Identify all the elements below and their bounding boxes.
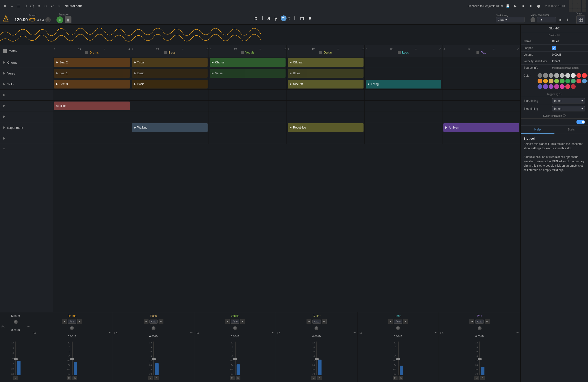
matrix-seq-dropdown[interactable]: - ▾ — [537, 17, 556, 22]
mixer-pad-mute[interactable]: M — [474, 376, 479, 380]
mixer-bass-mute[interactable]: M — [148, 376, 153, 380]
mixer-drums-solo[interactable]: S — [72, 376, 77, 380]
name-value[interactable]: Blues — [552, 39, 585, 43]
clip-bass-5[interactable] — [131, 101, 209, 111]
vocals-stop-btn[interactable] — [241, 51, 244, 54]
mixer-vocals-knob[interactable] — [233, 326, 237, 330]
clip-drums-3[interactable]: Beat 3 — [53, 79, 131, 90]
mixer-lead-knob[interactable] — [396, 326, 400, 330]
bass-loop-icon[interactable]: ↺ — [206, 48, 208, 51]
color-swatch-violet2[interactable] — [549, 84, 553, 89]
mixer-drums-knob[interactable] — [70, 326, 74, 330]
mixer-vocals-left-btn[interactable]: ◄ — [225, 319, 230, 324]
color-swatch-gray6[interactable] — [565, 73, 570, 78]
clip-bass-4[interactable] — [131, 90, 209, 100]
mixer-bass-knob[interactable] — [152, 326, 155, 330]
clip-bass-1[interactable]: Tribal — [131, 57, 209, 68]
drums-scene-icon[interactable]: ≡ — [104, 48, 105, 51]
clip-vocals-4[interactable] — [209, 90, 287, 100]
clip-pad-6[interactable] — [442, 112, 520, 122]
clip-bass-8[interactable] — [131, 133, 209, 144]
mixer-guitar-mute[interactable]: M — [311, 376, 316, 380]
scene-play-4[interactable] — [3, 94, 5, 96]
vocals-scene-icon[interactable]: ≡ — [259, 48, 261, 51]
mixer-bass-left-btn[interactable]: ◄ — [144, 319, 148, 324]
clip-vocals-8[interactable] — [209, 133, 287, 144]
tempo-dial[interactable] — [45, 17, 51, 22]
mixer-vocals-fader-handle[interactable] — [233, 358, 237, 360]
color-swatch-pink[interactable] — [560, 84, 565, 89]
clip-guitar-4[interactable] — [287, 90, 365, 100]
mixer-master-knob[interactable] — [14, 320, 18, 324]
color-swatch-gray2[interactable] — [543, 73, 548, 78]
circle-icon[interactable]: ◯ — [29, 3, 35, 9]
clip-lead-8[interactable] — [365, 133, 443, 144]
clip-guitar-3[interactable]: Nice riff — [287, 79, 365, 90]
clip-lead-5[interactable] — [365, 101, 443, 111]
guitar-loop-icon[interactable]: ↺ — [362, 48, 363, 51]
color-swatch-blue-light[interactable] — [582, 79, 587, 83]
scene-row-4[interactable] — [0, 90, 53, 101]
clip-bass-6[interactable] — [131, 112, 209, 122]
scene-play-3[interactable] — [3, 83, 5, 86]
scene-row-2[interactable]: Verse — [0, 68, 53, 79]
color-swatch-blue-violet[interactable] — [538, 84, 542, 89]
scene-row-6[interactable] — [0, 112, 53, 122]
clip-vocals-7[interactable] — [209, 122, 287, 133]
mixer-pad-right-btn[interactable]: ► — [485, 319, 489, 324]
menu-icon[interactable]: ☰ — [16, 3, 21, 9]
pad-loop-icon[interactable]: ↺ — [517, 48, 519, 51]
mixer-pad-fader-track[interactable] — [479, 342, 480, 375]
mixer-vocals-mute[interactable]: M — [230, 376, 235, 380]
color-swatch-yellow[interactable] — [549, 79, 553, 83]
clip-lead-4[interactable] — [365, 90, 443, 100]
clip-guitar-5[interactable] — [287, 101, 365, 111]
sync-toggle[interactable] — [576, 120, 585, 124]
lead-stop-btn[interactable] — [398, 51, 401, 54]
pad-scene-icon[interactable]: ≡ — [493, 48, 495, 51]
scene-row-5[interactable] — [0, 101, 53, 112]
clip-vocals-3[interactable] — [209, 79, 287, 90]
mixer-lead-left-btn[interactable]: ◄ — [388, 319, 393, 324]
clip-drums-7[interactable] — [53, 122, 131, 133]
clip-drums-1[interactable]: Beat 2 — [53, 57, 131, 68]
clip-lead-1[interactable] — [365, 57, 443, 68]
clip-pad-1[interactable] — [442, 57, 520, 68]
color-swatch-green-cyan[interactable] — [571, 79, 576, 83]
lead-loop-icon[interactable]: ↺ — [439, 48, 441, 51]
scene-row-8[interactable] — [0, 133, 53, 144]
seq-play-btn[interactable]: ▶ — [558, 17, 563, 23]
clip-pad-8[interactable] — [442, 133, 520, 144]
color-swatch-pink-red1[interactable] — [565, 84, 570, 89]
stop-timing-select[interactable]: Inherit ▾ — [552, 106, 585, 112]
mixer-vocals-right-btn[interactable]: ► — [240, 319, 245, 324]
clip-lead-3[interactable]: Flying — [365, 79, 443, 90]
moon-icon[interactable]: ☽ — [23, 3, 28, 9]
mixer-master-mute[interactable]: M — [13, 376, 18, 380]
mixer-pad-auto[interactable]: Auto — [475, 320, 484, 324]
clip-vocals-6[interactable] — [209, 112, 287, 122]
clip-drums-2[interactable]: Beat 1 — [53, 68, 131, 79]
mixer-guitar-left-btn[interactable]: ◄ — [307, 319, 311, 324]
lead-scene-icon[interactable]: ≡ — [415, 48, 417, 51]
seq-circle[interactable] — [530, 17, 535, 22]
bass-scene-icon[interactable]: ≡ — [182, 48, 183, 51]
mixer-drums-right-btn[interactable]: ► — [77, 319, 82, 324]
mixer-drums-mute[interactable]: M — [67, 376, 71, 380]
color-swatch-green[interactable] — [560, 79, 565, 83]
color-swatch-red2[interactable] — [582, 73, 587, 78]
clip-bass-7[interactable]: Walking — [131, 122, 209, 133]
color-swatch-yellow-orange[interactable] — [543, 79, 548, 83]
clip-guitar-7[interactable]: Repetitive — [287, 122, 365, 133]
tab-stats[interactable]: Stats — [554, 126, 588, 134]
color-swatch-red1[interactable] — [576, 73, 581, 78]
guitar-scene-icon[interactable]: ≡ — [337, 48, 339, 51]
mixer-drums-fader-handle[interactable] — [70, 358, 74, 360]
undo-icon[interactable]: ↩ — [50, 3, 55, 9]
mixer-lead-fader-handle[interactable] — [396, 358, 400, 360]
clip-guitar-2[interactable]: Blues — [287, 68, 365, 79]
mixer-lead-mute[interactable]: M — [393, 376, 398, 380]
scene-play-2[interactable] — [3, 72, 5, 75]
loop-btn[interactable]: ∞ — [57, 16, 63, 23]
refresh-icon[interactable]: ↺ — [43, 3, 48, 9]
